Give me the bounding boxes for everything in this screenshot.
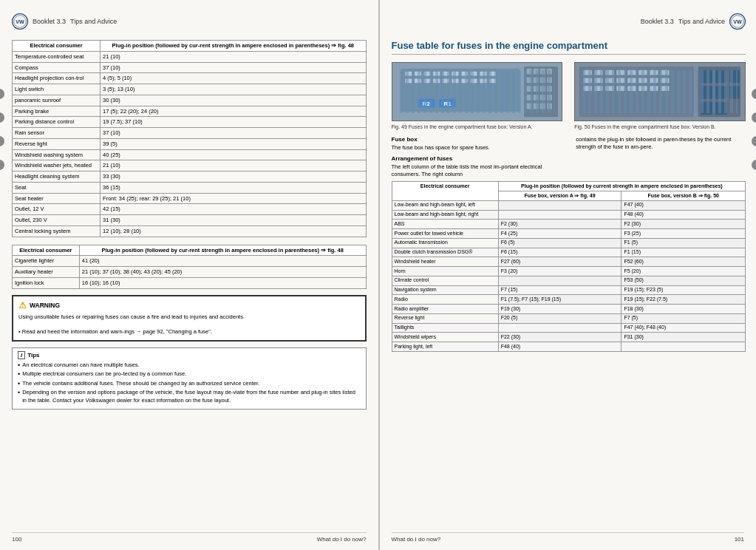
fuse-table-cell: F4 (25) [498,229,622,239]
svg-rect-53 [575,63,745,120]
svg-rect-42 [533,86,538,92]
warning-bullet: • [18,328,21,335]
right-nav-dot-2 [752,112,756,123]
arrangement-title: Arrangement of fuses [392,155,562,162]
svg-rect-43 [539,86,545,92]
fuse-table-row: Double clutch transmission DSG®F6 (15)F1… [392,248,746,257]
table-cell: Seat heater [13,193,101,204]
svg-rect-33 [526,69,531,75]
svg-rect-59 [627,70,636,75]
warning-title: ⚠ WARNING [18,300,360,310]
vw-logo-left: VW [12,13,28,30]
svg-rect-64 [595,78,603,83]
table2-col2-header: Plug-in position (followed by cur-rent s… [79,245,366,256]
fuse-table-cell: F48 (40) [498,342,622,352]
fuse-table-cell: F18 (30) [622,305,746,314]
table-cell: Front: 34 (25); rear: 29 (25); 21 (10) [101,193,366,204]
svg-rect-83 [701,86,712,99]
fuse-table-cell: F19 (30) [498,305,622,314]
svg-rect-68 [638,78,647,83]
svg-rect-74 [617,86,625,91]
svg-rect-50 [533,103,538,109]
table-cell: 37 (10) [101,62,366,73]
tips-item-text: An electrical consumer can have multiple… [22,361,139,370]
tips-title: i Tips [18,351,361,359]
fuse-table-cell: Navigation system [392,285,498,295]
warning-text2-content: Read and heed the information and warn-i… [22,328,212,335]
fuse-table-row: Reverse lightF20 (5)F7 (5) [392,313,746,323]
svg-rect-16 [480,72,486,76]
svg-rect-52 [547,103,552,109]
svg-rect-26 [480,78,486,83]
svg-rect-24 [461,78,468,83]
svg-rect-57 [606,70,614,75]
fuse-table-cell: Parking light, left [392,342,498,352]
svg-rect-76 [638,86,647,91]
fuse-table-row: Low-beam and high-beam light, rightF48 (… [392,210,746,220]
table-cell: 33 (30) [101,172,366,183]
table-cell: 21 (10) [101,160,366,172]
svg-rect-12 [442,72,449,76]
tips-item-text: The vehicle contains additional fuses. T… [22,380,259,388]
svg-rect-65 [606,78,614,83]
fuse-box-text: The fuse box has space for spare fuses. [392,144,562,152]
table-cell: Compass [13,62,101,73]
svg-rect-62 [661,70,669,75]
fuse-image-box-a: R2 R1 [392,62,563,130]
table-cell: 16 (10); 16 (10) [79,277,366,288]
tips-item-text: Multiple electrical consumers can be pro… [22,370,186,378]
svg-rect-7 [401,69,520,112]
tips-item: •Multiple electrical consumers can be pr… [18,370,361,378]
svg-rect-17 [488,72,495,76]
tips-item-text: Depending on the version and options pac… [22,389,360,404]
table-cell: Parking distance control [13,117,101,128]
fuse-table-row: Radio amplifierF19 (30)F18 (30) [392,305,746,314]
svg-text:VW: VW [16,19,24,25]
fuse-table-col1-header: Electrical consumer [392,182,498,201]
fuse-table-cell: F3 (20) [498,267,622,276]
svg-rect-28 [418,99,435,108]
svg-rect-87 [715,102,727,115]
left-page: VW Booklet 3.3 Tips and Advice Electrica… [0,0,380,550]
fuse-table-row: RadioF1 (7.5); F7 (15); F19 (15)F19 (15)… [392,295,746,305]
fuse-table-cell: F2 (30) [622,220,746,229]
fuse-table-cell [498,323,622,333]
fuse-table-cell: Automatic transmission [392,238,498,248]
fuse-image-b [574,62,746,121]
svg-rect-8 [405,72,412,76]
tips-item: •The vehicle contains additional fuses. … [18,380,361,388]
tips-box: i Tips •An electrical consumer can have … [12,347,367,410]
svg-rect-55 [584,70,592,75]
table-cell: 36 (15) [101,182,366,193]
fuse-image-box-b: Fig. 50 Fuses in the engine compartment … [574,62,746,130]
warning-box: ⚠ WARNING Using unsuitable fuses or repa… [12,295,367,342]
svg-rect-11 [433,72,440,76]
tips-title-text: Tips [27,352,39,359]
svg-rect-82 [729,70,740,84]
table-cell: 31 (30) [101,215,366,226]
fuse-image-a: R2 R1 [392,62,563,121]
fuse-table-row: Navigation systemF7 (15)F19 (15); F23 (5… [392,285,746,295]
arrangement-text: The left column of the table lists the m… [392,163,562,178]
fuse-images-row: R2 R1 [392,62,746,130]
table-cell: Auxiliary heater [13,267,80,278]
fuse-table-cell: F53 (50) [622,276,746,285]
table-cell: 41 (20) [79,256,366,267]
fuse-table-cell: Windshield heater [392,257,498,267]
svg-rect-9 [414,72,420,76]
svg-rect-71 [584,86,592,91]
fuse-table-cell [622,342,746,352]
svg-rect-69 [650,78,658,83]
svg-rect-70 [661,78,669,83]
fuse-table-cell: F1 (15) [622,248,746,257]
table-cell: 39 (5) [101,138,366,149]
table-cell: Cigarette lighter [13,256,80,267]
arrangement-left: Arrangement of fuses The left column of … [392,155,562,178]
fuse-table-row: Climate controlF53 (50) [392,276,746,285]
fig49-caption: Fig. 49 Fuses in the engine compartment … [392,123,563,130]
table-cell: Outlet, 230 V [13,215,101,226]
fuse-table-cell: Taillights [392,323,498,333]
svg-rect-25 [470,78,477,83]
table-cell: 40 (25) [101,149,366,160]
svg-rect-22 [442,78,449,83]
